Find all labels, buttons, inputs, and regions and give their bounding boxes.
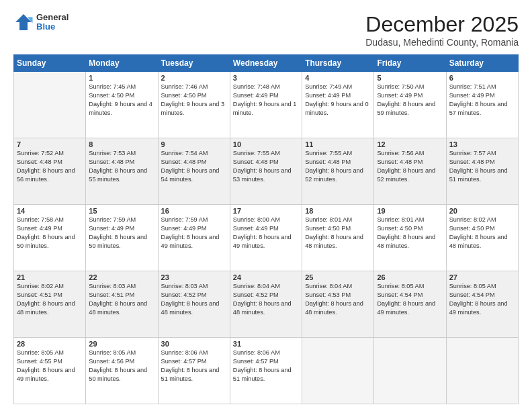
calendar-week-row: 14Sunrise: 7:58 AMSunset: 4:49 PMDayligh… <box>14 205 519 271</box>
day-info: Sunrise: 7:52 AMSunset: 4:48 PMDaylight:… <box>17 149 83 184</box>
day-number: 21 <box>17 273 83 281</box>
calendar-cell: 23Sunrise: 8:03 AMSunset: 4:52 PMDayligh… <box>158 271 230 338</box>
header-tuesday: Tuesday <box>158 55 230 72</box>
calendar-cell: 14Sunrise: 7:58 AMSunset: 4:49 PMDayligh… <box>14 205 86 271</box>
calendar-page: General Blue December 2025 Dudasu, Mehed… <box>0 0 532 411</box>
day-info: Sunrise: 7:48 AMSunset: 4:49 PMDaylight:… <box>233 83 299 118</box>
logo-general: General <box>36 13 69 22</box>
day-info: Sunrise: 8:05 AMSunset: 4:54 PMDaylight:… <box>449 282 515 317</box>
calendar-cell: 5Sunrise: 7:50 AMSunset: 4:49 PMDaylight… <box>374 72 446 138</box>
day-info: Sunrise: 8:06 AMSunset: 4:57 PMDaylight:… <box>161 349 227 383</box>
day-number: 5 <box>377 74 443 82</box>
calendar-cell: 28Sunrise: 8:05 AMSunset: 4:55 PMDayligh… <box>14 338 86 404</box>
calendar-week-row: 21Sunrise: 8:02 AMSunset: 4:51 PMDayligh… <box>14 271 519 338</box>
day-number: 10 <box>233 140 299 148</box>
calendar-cell: 16Sunrise: 7:59 AMSunset: 4:49 PMDayligh… <box>158 205 230 271</box>
day-info: Sunrise: 8:04 AMSunset: 4:53 PMDaylight:… <box>305 282 371 317</box>
day-number: 22 <box>89 273 154 281</box>
day-number: 24 <box>233 273 299 281</box>
logo: General Blue <box>13 12 69 32</box>
day-number: 4 <box>305 74 371 82</box>
calendar-cell: 3Sunrise: 7:48 AMSunset: 4:49 PMDaylight… <box>230 72 302 138</box>
calendar-cell: 26Sunrise: 8:05 AMSunset: 4:54 PMDayligh… <box>374 271 446 338</box>
calendar-cell: 8Sunrise: 7:53 AMSunset: 4:48 PMDaylight… <box>86 138 158 205</box>
day-number: 9 <box>161 140 227 148</box>
calendar-cell: 24Sunrise: 8:04 AMSunset: 4:52 PMDayligh… <box>230 271 302 338</box>
day-info: Sunrise: 7:55 AMSunset: 4:48 PMDaylight:… <box>233 149 299 184</box>
day-number: 16 <box>161 207 227 215</box>
day-number: 29 <box>89 340 154 348</box>
day-number: 11 <box>305 140 371 148</box>
header-thursday: Thursday <box>302 55 374 72</box>
calendar-cell <box>374 338 446 404</box>
logo-icon <box>13 12 34 32</box>
calendar-cell: 27Sunrise: 8:05 AMSunset: 4:54 PMDayligh… <box>446 271 518 338</box>
header-friday: Friday <box>374 55 446 72</box>
calendar-cell: 31Sunrise: 8:06 AMSunset: 4:57 PMDayligh… <box>230 338 302 404</box>
calendar-cell: 30Sunrise: 8:06 AMSunset: 4:57 PMDayligh… <box>158 338 230 404</box>
day-number: 13 <box>449 140 515 148</box>
day-number: 2 <box>161 74 227 82</box>
day-info: Sunrise: 8:00 AMSunset: 4:49 PMDaylight:… <box>233 216 299 250</box>
day-info: Sunrise: 7:55 AMSunset: 4:48 PMDaylight:… <box>305 149 371 184</box>
day-number: 18 <box>305 207 371 215</box>
day-number: 17 <box>233 207 299 215</box>
header: General Blue December 2025 Dudasu, Mehed… <box>13 12 519 48</box>
day-number: 6 <box>449 74 515 82</box>
day-number: 26 <box>377 273 443 281</box>
day-info: Sunrise: 8:05 AMSunset: 4:55 PMDaylight:… <box>17 349 83 383</box>
day-number: 15 <box>89 207 154 215</box>
day-info: Sunrise: 7:59 AMSunset: 4:49 PMDaylight:… <box>89 216 154 250</box>
day-info: Sunrise: 8:04 AMSunset: 4:52 PMDaylight:… <box>233 282 299 317</box>
day-info: Sunrise: 7:54 AMSunset: 4:48 PMDaylight:… <box>161 149 227 184</box>
calendar-cell: 7Sunrise: 7:52 AMSunset: 4:48 PMDaylight… <box>14 138 86 205</box>
day-info: Sunrise: 8:05 AMSunset: 4:54 PMDaylight:… <box>377 282 443 317</box>
calendar-cell: 18Sunrise: 8:01 AMSunset: 4:50 PMDayligh… <box>302 205 374 271</box>
calendar-week-row: 1Sunrise: 7:45 AMSunset: 4:50 PMDaylight… <box>14 72 519 138</box>
location: Dudasu, Mehedinti County, Romania <box>365 37 519 48</box>
calendar-cell: 17Sunrise: 8:00 AMSunset: 4:49 PMDayligh… <box>230 205 302 271</box>
day-number: 12 <box>377 140 443 148</box>
header-sunday: Sunday <box>14 55 86 72</box>
day-number: 7 <box>17 140 83 148</box>
calendar-cell: 6Sunrise: 7:51 AMSunset: 4:49 PMDaylight… <box>446 72 518 138</box>
calendar-cell: 21Sunrise: 8:02 AMSunset: 4:51 PMDayligh… <box>14 271 86 338</box>
day-info: Sunrise: 7:53 AMSunset: 4:48 PMDaylight:… <box>89 149 154 184</box>
day-number: 3 <box>233 74 299 82</box>
day-info: Sunrise: 8:02 AMSunset: 4:50 PMDaylight:… <box>449 216 515 250</box>
day-info: Sunrise: 7:59 AMSunset: 4:49 PMDaylight:… <box>161 216 227 250</box>
calendar-cell: 20Sunrise: 8:02 AMSunset: 4:50 PMDayligh… <box>446 205 518 271</box>
calendar-cell <box>14 72 86 138</box>
calendar-cell: 4Sunrise: 7:49 AMSunset: 4:49 PMDaylight… <box>302 72 374 138</box>
day-info: Sunrise: 7:45 AMSunset: 4:50 PMDaylight:… <box>89 83 154 118</box>
day-info: Sunrise: 8:05 AMSunset: 4:56 PMDaylight:… <box>89 349 154 383</box>
day-header-row: Sunday Monday Tuesday Wednesday Thursday… <box>14 55 519 72</box>
calendar-cell: 11Sunrise: 7:55 AMSunset: 4:48 PMDayligh… <box>302 138 374 205</box>
calendar-cell: 2Sunrise: 7:46 AMSunset: 4:50 PMDaylight… <box>158 72 230 138</box>
header-wednesday: Wednesday <box>230 55 302 72</box>
day-number: 1 <box>89 74 154 82</box>
calendar-cell: 22Sunrise: 8:03 AMSunset: 4:51 PMDayligh… <box>86 271 158 338</box>
header-saturday: Saturday <box>446 55 518 72</box>
day-info: Sunrise: 8:03 AMSunset: 4:51 PMDaylight:… <box>89 282 154 317</box>
title-block: December 2025 Dudasu, Mehedinti County, … <box>365 12 519 48</box>
calendar-cell <box>446 338 518 404</box>
calendar-week-row: 7Sunrise: 7:52 AMSunset: 4:48 PMDaylight… <box>14 138 519 205</box>
header-monday: Monday <box>86 55 158 72</box>
calendar-cell: 25Sunrise: 8:04 AMSunset: 4:53 PMDayligh… <box>302 271 374 338</box>
day-info: Sunrise: 8:01 AMSunset: 4:50 PMDaylight:… <box>377 216 443 250</box>
day-number: 23 <box>161 273 227 281</box>
day-info: Sunrise: 7:49 AMSunset: 4:49 PMDaylight:… <box>305 83 371 118</box>
day-number: 25 <box>305 273 371 281</box>
calendar-table: Sunday Monday Tuesday Wednesday Thursday… <box>13 54 519 404</box>
day-number: 20 <box>449 207 515 215</box>
month-title: December 2025 <box>365 12 519 37</box>
logo-blue: Blue <box>36 22 69 32</box>
day-number: 27 <box>449 273 515 281</box>
day-info: Sunrise: 7:46 AMSunset: 4:50 PMDaylight:… <box>161 83 227 118</box>
calendar-cell: 15Sunrise: 7:59 AMSunset: 4:49 PMDayligh… <box>86 205 158 271</box>
calendar-cell: 12Sunrise: 7:56 AMSunset: 4:48 PMDayligh… <box>374 138 446 205</box>
calendar-cell: 19Sunrise: 8:01 AMSunset: 4:50 PMDayligh… <box>374 205 446 271</box>
calendar-cell: 13Sunrise: 7:57 AMSunset: 4:48 PMDayligh… <box>446 138 518 205</box>
calendar-cell: 1Sunrise: 7:45 AMSunset: 4:50 PMDaylight… <box>86 72 158 138</box>
